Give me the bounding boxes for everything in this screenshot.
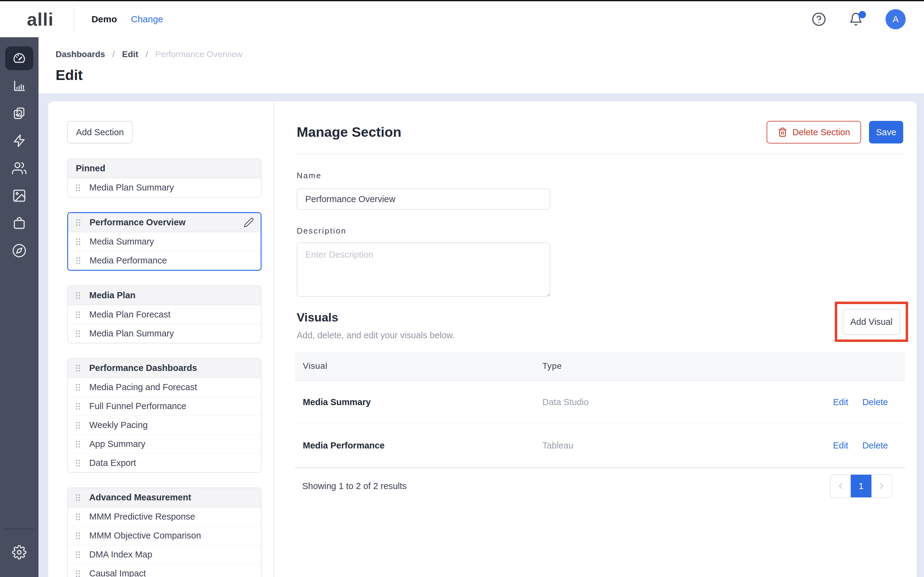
section-divider xyxy=(297,154,903,155)
annotation-highlight-box: Add Visual xyxy=(835,301,908,342)
chevron-left-icon xyxy=(836,482,845,491)
visuals-title: Visuals xyxy=(297,311,455,324)
section-item[interactable]: Weekly Pacing xyxy=(68,416,261,434)
visual-name-cell: Media Summary xyxy=(295,397,542,407)
section-item[interactable]: Data Export xyxy=(68,453,261,472)
breadcrumb-dashboards[interactable]: Dashboards xyxy=(56,50,105,59)
drag-handle-icon[interactable] xyxy=(74,439,82,449)
delete-visual-link[interactable]: Delete xyxy=(862,397,888,407)
notifications-bell-icon[interactable] xyxy=(849,12,863,26)
drag-handle-icon[interactable] xyxy=(74,382,82,392)
group-header: Pinned xyxy=(68,159,261,178)
visual-name-cell: Media Performance xyxy=(295,440,542,451)
section-group-performance-overview: Performance Overview Media Summary Media… xyxy=(67,212,262,271)
drag-handle-icon[interactable] xyxy=(74,421,82,430)
change-client-link[interactable]: Change xyxy=(131,14,163,24)
delete-section-button[interactable]: Delete Section xyxy=(767,121,861,143)
section-item[interactable]: App Summary xyxy=(68,434,261,453)
notification-dot xyxy=(859,11,866,18)
drag-handle-icon[interactable] xyxy=(74,329,82,338)
name-input[interactable] xyxy=(297,189,550,210)
description-textarea[interactable] xyxy=(297,242,550,297)
page-title: Edit xyxy=(56,66,924,83)
trash-icon xyxy=(778,127,787,137)
section-item[interactable]: MMM Predictive Response xyxy=(68,507,261,526)
bar-chart-icon xyxy=(12,79,27,93)
section-item[interactable]: Media Plan Forecast xyxy=(68,305,261,324)
drag-handle-icon[interactable] xyxy=(74,458,82,468)
pagination: 1 xyxy=(830,474,892,498)
group-header[interactable]: Performance Overview xyxy=(68,213,261,232)
group-header[interactable]: Advanced Measurement xyxy=(68,488,261,507)
gear-icon xyxy=(12,545,27,559)
chevron-right-icon xyxy=(877,482,886,491)
pagination-prev-button[interactable] xyxy=(830,475,851,497)
pagination-next-button[interactable] xyxy=(871,475,892,497)
lightning-icon xyxy=(12,134,27,148)
drag-handle-icon[interactable] xyxy=(74,237,82,247)
section-item[interactable]: Full Funnel Performance xyxy=(68,396,261,416)
drag-handle-icon[interactable] xyxy=(74,291,82,300)
section-item[interactable]: Media Plan Summary xyxy=(68,178,261,197)
edit-visual-link[interactable]: Edit xyxy=(833,440,848,451)
sidebar-item-automation[interactable] xyxy=(5,129,33,153)
visual-type-cell: Tableau xyxy=(542,440,833,451)
breadcrumb-current: Performance Overview xyxy=(155,50,242,59)
help-icon[interactable] xyxy=(812,12,826,27)
column-header-type: Type xyxy=(542,361,905,371)
save-button[interactable]: Save xyxy=(869,121,903,143)
name-label: Name xyxy=(297,171,903,181)
sections-panel: Add Section Pinned Media Plan Summary xyxy=(48,102,274,577)
pagination-page-1[interactable]: 1 xyxy=(851,475,871,497)
breadcrumb-edit[interactable]: Edit xyxy=(122,50,139,59)
drag-handle-icon[interactable] xyxy=(74,183,82,193)
drag-handle-icon[interactable] xyxy=(74,218,82,227)
section-item[interactable]: Media Pacing and Forecast xyxy=(68,378,261,396)
edit-card: Add Section Pinned Media Plan Summary xyxy=(48,102,917,577)
drag-handle-icon[interactable] xyxy=(74,363,82,373)
drag-handle-icon[interactable] xyxy=(74,401,82,411)
section-item[interactable]: Media Summary xyxy=(68,232,261,251)
sidebar-item-explore[interactable] xyxy=(5,239,33,263)
clipboard-check-icon xyxy=(12,106,27,121)
section-item[interactable]: MMM Objective Comparison xyxy=(68,526,261,545)
section-item[interactable]: DMA Index Map xyxy=(68,545,261,564)
sidebar-item-charts[interactable] xyxy=(5,74,33,98)
sidebar-item-settings[interactable] xyxy=(5,540,33,564)
user-avatar[interactable]: A xyxy=(885,9,906,29)
edit-section-pencil-icon[interactable] xyxy=(244,218,254,228)
section-group-media-plan: Media Plan Media Plan Forecast Media Pla… xyxy=(67,285,262,343)
sidebar-item-shopping[interactable] xyxy=(5,211,33,235)
section-item[interactable]: Media Performance xyxy=(68,251,261,270)
manage-section-title: Manage Section xyxy=(297,124,402,140)
group-header[interactable]: Media Plan xyxy=(68,286,261,305)
edit-visual-link[interactable]: Edit xyxy=(833,397,848,407)
add-section-button[interactable]: Add Section xyxy=(67,121,132,143)
results-count-text: Showing 1 to 2 of 2 results xyxy=(302,481,407,491)
group-header[interactable]: Performance Dashboards xyxy=(68,359,261,378)
drag-handle-icon[interactable] xyxy=(74,512,82,522)
add-visual-button[interactable]: Add Visual xyxy=(843,309,900,335)
section-item[interactable]: Media Plan Summary xyxy=(68,324,261,343)
drag-handle-icon[interactable] xyxy=(74,256,82,266)
drag-handle-icon[interactable] xyxy=(74,550,82,559)
delete-visual-link[interactable]: Delete xyxy=(862,440,888,451)
drag-handle-icon[interactable] xyxy=(74,531,82,541)
compass-icon xyxy=(12,243,27,258)
section-group-advanced-measurement: Advanced Measurement MMM Predictive Resp… xyxy=(67,488,262,577)
table-row: Media Summary Data Studio Edit Delete xyxy=(295,381,905,424)
image-icon xyxy=(12,189,27,203)
drag-handle-icon[interactable] xyxy=(74,493,82,503)
alli-logo: alli xyxy=(27,9,53,30)
gauge-icon xyxy=(12,51,27,66)
manage-section-panel: Manage Section Delete Section Save xyxy=(274,102,917,577)
drag-handle-icon[interactable] xyxy=(74,310,82,320)
sidebar-item-dashboards[interactable] xyxy=(5,47,33,70)
drag-handle-icon[interactable] xyxy=(74,569,82,577)
sidebar-item-audiences[interactable] xyxy=(5,156,33,180)
section-item[interactable]: Causal Impact xyxy=(68,564,261,577)
app-header: alli Demo Change A xyxy=(0,1,924,37)
breadcrumb: Dashboards / Edit / Performance Overview xyxy=(56,50,924,59)
sidebar-item-reports[interactable] xyxy=(5,102,33,125)
sidebar-item-creative[interactable] xyxy=(5,184,33,208)
